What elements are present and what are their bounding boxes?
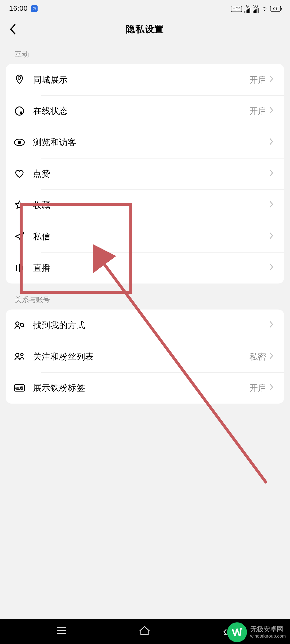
row-label: 收藏 bbox=[33, 199, 269, 211]
heart-icon bbox=[13, 169, 26, 178]
row-label: 关注和粉丝列表 bbox=[33, 351, 249, 362]
page-title: 隐私设置 bbox=[126, 23, 164, 35]
status-bar: 16:00 HD2 G 5G 91 bbox=[0, 0, 290, 17]
back-button[interactable] bbox=[9, 23, 17, 37]
watermark: W 无极安卓网 wjhotelgroup.com bbox=[227, 622, 286, 642]
row-label: 展示铁粉标签 bbox=[33, 382, 249, 394]
section-label-interaction: 互动 bbox=[0, 41, 290, 64]
row-label: 找到我的方式 bbox=[33, 319, 269, 331]
header: 隐私设置 bbox=[0, 17, 290, 41]
chevron-right-icon bbox=[269, 321, 273, 330]
chevron-right-icon bbox=[269, 107, 273, 116]
row-label: 在线状态 bbox=[33, 105, 249, 117]
hd-icon: HD2 bbox=[231, 6, 242, 12]
signal-2g-icon: G bbox=[244, 5, 250, 13]
chevron-right-icon bbox=[269, 75, 273, 84]
row-local-display[interactable]: 同城展示 开启 bbox=[6, 64, 284, 95]
svg-point-15 bbox=[21, 353, 23, 356]
location-icon bbox=[13, 74, 26, 85]
chevron-right-icon bbox=[269, 232, 273, 241]
row-fan-badge[interactable]: 铁粉 展示铁粉标签 开启 bbox=[6, 372, 284, 404]
status-dot-icon bbox=[13, 106, 26, 116]
svg-line-2 bbox=[33, 7, 34, 8]
svg-point-5 bbox=[20, 111, 22, 114]
battery-icon: 91 bbox=[270, 6, 281, 12]
star-icon bbox=[13, 200, 26, 210]
svg-point-14 bbox=[16, 353, 19, 357]
row-label: 私信 bbox=[33, 231, 269, 242]
chevron-right-icon bbox=[269, 138, 273, 147]
relations-card: 找到我的方式 关注和粉丝列表 私密 铁粉 展示铁粉标签 开启 bbox=[6, 310, 284, 404]
live-icon bbox=[13, 263, 26, 272]
chevron-right-icon bbox=[269, 263, 273, 272]
row-browse-visitors[interactable]: 浏览和访客 bbox=[6, 127, 284, 158]
svg-point-7 bbox=[18, 141, 21, 144]
row-value: 开启 bbox=[249, 382, 266, 394]
row-label: 直播 bbox=[33, 262, 269, 274]
row-like[interactable]: 点赞 bbox=[6, 158, 284, 189]
chevron-right-icon bbox=[269, 200, 273, 210]
chevron-right-icon bbox=[269, 169, 273, 178]
row-label: 浏览和访客 bbox=[33, 137, 269, 148]
nav-recent-button[interactable] bbox=[56, 627, 67, 636]
person-search-icon bbox=[13, 321, 26, 330]
signal-5g-icon: 5G bbox=[253, 5, 259, 13]
section-label-relations: 关系与账号 bbox=[0, 284, 290, 310]
svg-line-13 bbox=[23, 326, 24, 327]
svg-point-4 bbox=[15, 107, 24, 115]
interaction-card: 同城展示 开启 在线状态 开启 浏览和访客 点赞 bbox=[6, 64, 284, 283]
row-value: 开启 bbox=[249, 74, 266, 85]
row-online-status[interactable]: 在线状态 开启 bbox=[6, 95, 284, 127]
watermark-title: 无极安卓网 bbox=[250, 626, 286, 633]
watermark-logo-icon: W bbox=[226, 621, 248, 643]
send-icon bbox=[13, 232, 26, 241]
row-label: 同城展示 bbox=[33, 74, 249, 85]
row-favorites[interactable]: 收藏 bbox=[6, 189, 284, 221]
watermark-url: wjhotelgroup.com bbox=[250, 634, 286, 639]
svg-line-3 bbox=[35, 7, 35, 8]
fan-badge-icon: 铁粉 bbox=[13, 384, 26, 392]
svg-text:铁粉: 铁粉 bbox=[15, 386, 24, 390]
row-dm[interactable]: 私信 bbox=[6, 221, 284, 252]
row-live[interactable]: 直播 bbox=[6, 252, 284, 284]
alarm-icon bbox=[31, 5, 38, 12]
nav-home-button[interactable] bbox=[138, 625, 151, 638]
row-value: 开启 bbox=[249, 105, 266, 117]
row-label: 点赞 bbox=[33, 168, 269, 180]
row-find-me[interactable]: 找到我的方式 bbox=[6, 310, 284, 341]
status-time: 16:00 bbox=[9, 5, 28, 13]
svg-point-11 bbox=[16, 322, 19, 325]
people-icon bbox=[13, 352, 26, 361]
row-value: 私密 bbox=[249, 351, 266, 362]
svg-point-12 bbox=[20, 323, 23, 326]
wifi-icon bbox=[261, 6, 268, 11]
chevron-right-icon bbox=[269, 383, 273, 393]
chevron-right-icon bbox=[269, 352, 273, 361]
row-follow-list[interactable]: 关注和粉丝列表 私密 bbox=[6, 341, 284, 372]
eye-icon bbox=[13, 139, 26, 146]
